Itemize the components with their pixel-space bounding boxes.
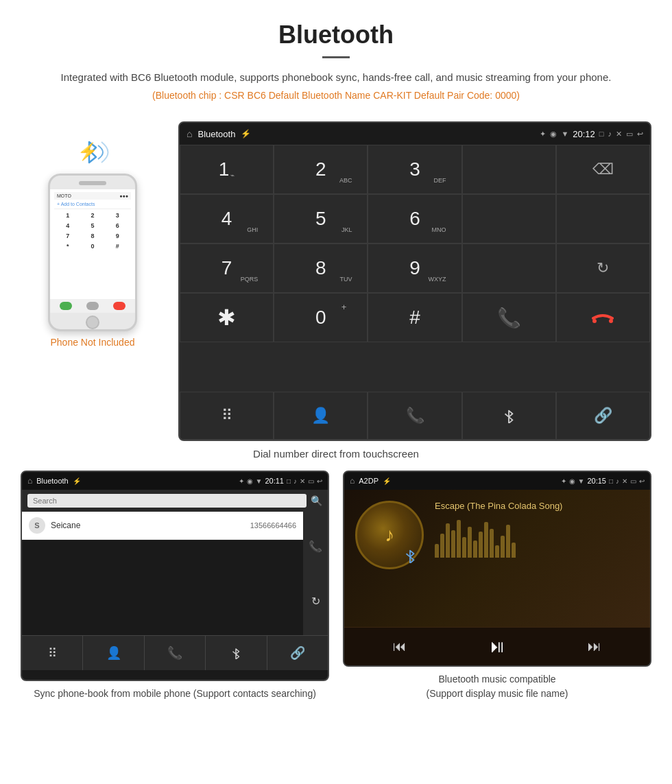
- music-time: 20:15: [587, 477, 606, 485]
- pb-loc-icon: ◉: [247, 477, 253, 485]
- phone-key-7: 7: [56, 231, 80, 241]
- dial-key-1[interactable]: 1⌁: [180, 145, 274, 194]
- dial-caption: Dial number direct from touchscreen: [21, 448, 651, 460]
- title-divider: [322, 56, 350, 58]
- dial-key-5[interactable]: 5 JKL: [274, 194, 368, 243]
- phone-key-5: 5: [80, 221, 104, 230]
- dial-reload[interactable]: ↻: [556, 243, 650, 293]
- home-icon: ⌂: [187, 128, 192, 139]
- dial-call-button[interactable]: 📞: [462, 293, 556, 342]
- eq-bar-7: [468, 527, 472, 558]
- pb-status-left: ⌂ Bluetooth ⚡: [27, 476, 81, 486]
- music-win-icon: ▭: [630, 477, 636, 485]
- x-icon: ✕: [616, 130, 622, 139]
- nav-calls[interactable]: 📞: [368, 392, 461, 440]
- pb-back-icon: ↩: [317, 477, 322, 485]
- top-section: ⚡ MOTO●●● + Add to Contacts 1: [21, 121, 651, 441]
- bluetooth-signal: ⚡: [72, 135, 113, 169]
- dial-empty-2: [462, 194, 556, 243]
- pb-side-reload-icon[interactable]: ↻: [311, 595, 320, 608]
- pb-status-right: ✦ ◉ ▼ 20:11 □ ♪ ✕ ▭ ↩: [239, 477, 322, 485]
- volume-icon: ♪: [608, 130, 612, 138]
- phone-call-btn: [60, 302, 72, 310]
- dial-backspace[interactable]: ⌫: [556, 145, 650, 194]
- nav-dialpad[interactable]: ⠿: [180, 392, 274, 440]
- dial-grid: 1⌁ 2 ABC 3 DEF ⌫ 4 GHI: [180, 145, 650, 392]
- music-frame: ⌂ A2DP ⚡ ✦ ◉ ▼ 20:15 □ ♪ ✕ ▭ ↩: [343, 471, 651, 667]
- phone-bottom-bar: [50, 299, 135, 313]
- contact-avatar-s: S: [29, 517, 45, 534]
- pb-calls-icon: 📞: [167, 645, 182, 661]
- pb-nav-calls[interactable]: 📞: [145, 636, 206, 670]
- dialpad-status-bar: ⌂ Bluetooth ⚡ ✦ ◉ ▼ 20:12 □ ♪ ✕ ▭ ↩: [180, 123, 650, 145]
- phone-key-0: 0: [80, 241, 104, 251]
- eq-bar-6: [462, 537, 466, 558]
- music-bt-badge: [403, 548, 418, 563]
- phone-end-btn: [86, 302, 99, 310]
- pb-search-icon[interactable]: 🔍: [311, 495, 322, 506]
- pb-usb-icon: ⚡: [73, 477, 81, 485]
- music-play-btn[interactable]: ⏯: [488, 636, 506, 657]
- eq-bar-15: [512, 543, 516, 558]
- pb-nav-dialpad[interactable]: ⠿: [22, 636, 83, 670]
- dialpad-screen: ⌂ Bluetooth ⚡ ✦ ◉ ▼ 20:12 □ ♪ ✕ ▭ ↩: [178, 121, 651, 441]
- contact-row[interactable]: S Seicane 13566664466: [22, 512, 303, 540]
- eq-bar-9: [479, 532, 483, 558]
- nav-contacts[interactable]: 👤: [274, 392, 368, 440]
- eq-bar-2: [440, 534, 444, 558]
- music-next-btn[interactable]: ⏭: [588, 639, 601, 654]
- nav-link[interactable]: 🔗: [556, 392, 650, 440]
- nav-bluetooth[interactable]: [462, 392, 556, 440]
- music-usb-icon: ⚡: [383, 477, 391, 485]
- music-bt-status: ✦: [561, 477, 566, 485]
- dial-end-button[interactable]: [556, 293, 650, 342]
- phone-screen: MOTO●●● + Add to Contacts 1 2 3 4 5 6 7 …: [50, 189, 135, 299]
- pb-nav-contacts[interactable]: 👤: [83, 636, 144, 670]
- music-home-icon: ⌂: [350, 476, 355, 486]
- pb-cam-icon: □: [287, 477, 291, 485]
- phone-key-1: 1: [56, 211, 80, 220]
- page-description: Integrated with BC6 Bluetooth module, su…: [41, 69, 631, 86]
- music-content: // Generate dots via JS inline ♪ Escape …: [344, 490, 650, 627]
- location-icon: ◉: [550, 130, 557, 139]
- dial-key-3[interactable]: 3 DEF: [368, 145, 461, 194]
- pb-sig-icon: ▼: [256, 477, 263, 485]
- music-status-bar: ⌂ A2DP ⚡ ✦ ◉ ▼ 20:15 □ ♪ ✕ ▭ ↩: [344, 472, 650, 490]
- phonebook-caption: Sync phone-book from mobile phone (Suppo…: [21, 687, 329, 701]
- pb-dialpad-icon: ⠿: [48, 645, 57, 661]
- bluetooth-icon: ⚡: [77, 142, 98, 161]
- svg-point-0: [592, 319, 597, 323]
- camera-icon: □: [599, 130, 604, 138]
- dial-key-7[interactable]: 7 PQRS: [180, 243, 274, 293]
- signal-icon: ▼: [561, 130, 568, 138]
- dial-key-star[interactable]: ✱: [180, 293, 274, 342]
- dialpad-screen-title: Bluetooth: [197, 129, 235, 139]
- pb-search-bar: 🔍: [22, 490, 328, 512]
- dial-key-4[interactable]: 4 GHI: [180, 194, 274, 243]
- pb-nav-bt[interactable]: [206, 636, 267, 670]
- dial-key-9[interactable]: 9 WXYZ: [368, 243, 461, 293]
- music-prev-btn[interactable]: ⏮: [393, 639, 407, 654]
- dial-key-hash[interactable]: #: [368, 293, 461, 342]
- back-icon: ↩: [637, 130, 643, 139]
- pb-bottom-nav: ⠿ 👤 📞 🔗: [22, 635, 328, 670]
- dial-key-8[interactable]: 8 TUV: [274, 243, 368, 293]
- pb-win-icon: ▭: [308, 477, 314, 485]
- eq-bar-10: [484, 522, 488, 558]
- page-title: Bluetooth: [41, 21, 631, 49]
- dial-key-6[interactable]: 6 MNO: [368, 194, 461, 243]
- music-album-art: ♪: [355, 501, 424, 569]
- phone-not-included-label: Phone Not Included: [51, 337, 135, 348]
- phonebook-caption-text: Sync phone-book from mobile phone (Suppo…: [34, 688, 316, 699]
- pb-side-call-icon[interactable]: 📞: [309, 540, 322, 553]
- phone-decline-btn: [113, 302, 125, 310]
- pb-link-icon: 🔗: [290, 645, 305, 661]
- dial-key-2[interactable]: 2 ABC: [274, 145, 368, 194]
- music-vol-icon: ♪: [616, 477, 619, 485]
- pb-nav-link[interactable]: 🔗: [267, 636, 328, 670]
- phone-add-contacts-btn: + Add to Contacts: [54, 200, 131, 209]
- pb-time: 20:11: [265, 477, 284, 485]
- dial-key-0[interactable]: 0 +: [274, 293, 368, 342]
- music-note-icon: ♪: [385, 524, 394, 546]
- pb-search-input[interactable]: [27, 494, 307, 508]
